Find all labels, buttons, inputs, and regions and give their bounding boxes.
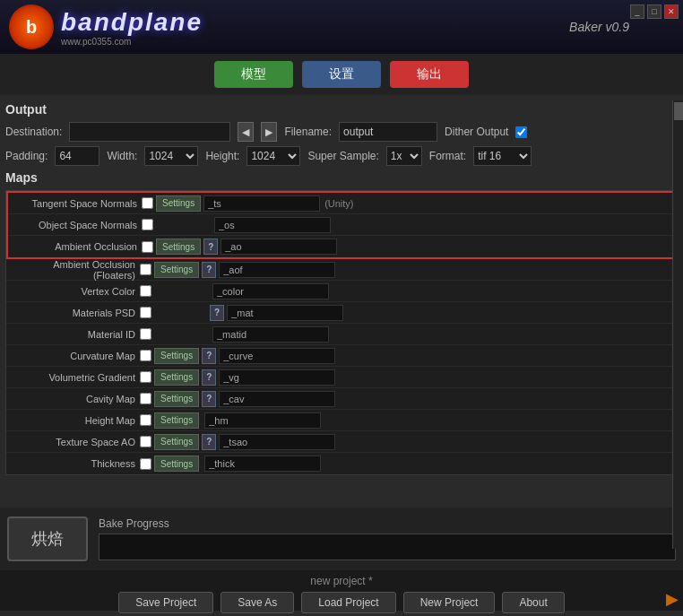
- width-select[interactable]: 102425651220484096: [144, 146, 198, 166]
- curve-suffix[interactable]: [219, 348, 335, 364]
- format-select[interactable]: tif 16tif 8pngjpg: [473, 146, 532, 166]
- cav-help-btn[interactable]: ?: [202, 391, 216, 407]
- height-select[interactable]: 102425651220484096: [246, 146, 300, 166]
- map-label-matid: Material ID: [10, 329, 140, 340]
- bake-button[interactable]: 烘焙: [7, 516, 88, 561]
- tsao-suffix[interactable]: [219, 434, 335, 450]
- map-row-object: Object Space Normals: [8, 214, 675, 236]
- progress-bar: [99, 534, 676, 560]
- dither-label: Dither Output: [445, 126, 508, 138]
- destination-input[interactable]: [69, 122, 230, 142]
- matid-checkbox[interactable]: [140, 328, 151, 340]
- ao-help-btn[interactable]: ?: [203, 239, 218, 255]
- curve-settings-btn[interactable]: Settings: [154, 348, 199, 364]
- bake-section: 烘焙 Bake Progress: [0, 508, 683, 570]
- padding-label: Padding:: [5, 150, 48, 162]
- tangent-extra: (Unity): [324, 198, 353, 209]
- map-label-vg: Volumetric Gradient: [10, 372, 140, 383]
- dest-btn-next[interactable]: ▶: [261, 122, 277, 142]
- scrollbar[interactable]: [672, 100, 683, 549]
- object-suffix[interactable]: [214, 217, 331, 233]
- save-project-button[interactable]: Save Project: [118, 592, 213, 613]
- vg-checkbox[interactable]: [140, 371, 151, 383]
- dither-checkbox[interactable]: [515, 126, 527, 138]
- map-label-tangent: Tangent Space Normals: [12, 198, 142, 209]
- new-project-button[interactable]: New Project: [403, 592, 496, 613]
- nav-arrow[interactable]: ▶: [666, 589, 679, 609]
- map-label-object: Object Space Normals: [12, 220, 142, 230]
- map-row-vg: Volumetric Gradient Settings ?: [6, 367, 677, 388]
- filename-label: Filename:: [284, 126, 332, 138]
- aof-help-btn[interactable]: ?: [202, 262, 216, 278]
- filename-input[interactable]: [339, 122, 437, 142]
- baker-version: Baker v0.9: [569, 20, 629, 34]
- main-content: Output Destination: ◀ ▶ Filename: Dither…: [0, 95, 683, 508]
- logo-text: bandplane: [61, 8, 203, 37]
- dest-btn-prev[interactable]: ◀: [238, 122, 254, 142]
- width-label: Width:: [107, 150, 137, 162]
- curve-help-btn[interactable]: ?: [202, 348, 216, 364]
- tsao-help-btn[interactable]: ?: [202, 434, 216, 450]
- project-name: new project *: [9, 575, 674, 587]
- map-label-curve: Curvature Map: [10, 351, 140, 361]
- supersample-label: Super Sample:: [307, 150, 378, 162]
- progress-label: Bake Progress: [99, 517, 676, 530]
- thick-suffix[interactable]: [204, 455, 321, 472]
- load-project-button[interactable]: Load Project: [301, 592, 395, 613]
- tangent-suffix[interactable]: [203, 195, 320, 212]
- minimize-button[interactable]: _: [630, 4, 644, 19]
- output-title: Output: [5, 102, 678, 117]
- aof-settings-btn[interactable]: Settings: [154, 262, 199, 278]
- curve-checkbox[interactable]: [140, 350, 151, 361]
- ao-suffix[interactable]: [220, 239, 337, 255]
- nav-tabs: 模型 设置 输出: [0, 54, 683, 95]
- output-row-2: Padding: Width: 102425651220484096 Heigh…: [5, 146, 678, 166]
- vg-suffix[interactable]: [219, 369, 335, 386]
- hm-checkbox[interactable]: [140, 414, 151, 426]
- destination-label: Destination:: [5, 126, 62, 138]
- cav-suffix[interactable]: [219, 391, 335, 407]
- tangent-checkbox[interactable]: [142, 197, 153, 209]
- matid-suffix[interactable]: [212, 326, 329, 343]
- vg-help-btn[interactable]: ?: [202, 369, 216, 386]
- map-row-tsao: Texture Space AO Settings ?: [6, 431, 677, 453]
- tab-settings[interactable]: 设置: [302, 61, 381, 88]
- hm-settings-btn[interactable]: Settings: [154, 412, 199, 429]
- cav-settings-btn[interactable]: Settings: [154, 391, 199, 407]
- height-label: Height:: [205, 150, 239, 162]
- ao-settings-btn[interactable]: Settings: [156, 239, 201, 255]
- tsao-checkbox[interactable]: [140, 436, 151, 447]
- highlighted-maps-group: Tangent Space Normals Settings (Unity) O…: [6, 191, 677, 259]
- vertex-suffix[interactable]: [212, 283, 329, 299]
- map-row-matid: Material ID: [6, 324, 677, 345]
- aof-checkbox[interactable]: [140, 264, 151, 275]
- matpsd-help-btn[interactable]: ?: [210, 305, 224, 321]
- tab-output[interactable]: 输出: [390, 61, 469, 88]
- vertex-checkbox[interactable]: [140, 285, 151, 297]
- tangent-settings-btn[interactable]: Settings: [156, 195, 201, 212]
- vg-settings-btn[interactable]: Settings: [154, 369, 199, 386]
- matpsd-suffix[interactable]: [227, 305, 343, 321]
- scrollbar-thumb[interactable]: [674, 102, 683, 120]
- tsao-settings-btn[interactable]: Settings: [154, 434, 199, 450]
- output-row-1: Destination: ◀ ▶ Filename: Dither Output: [5, 122, 678, 142]
- save-as-button[interactable]: Save As: [220, 592, 294, 613]
- tab-model[interactable]: 模型: [214, 61, 293, 88]
- map-row-vertex: Vertex Color: [6, 281, 677, 302]
- supersample-select[interactable]: 1x2x4x: [386, 146, 422, 166]
- padding-input[interactable]: [55, 146, 99, 166]
- logo-icon: b: [9, 4, 54, 49]
- matpsd-checkbox[interactable]: [140, 307, 151, 318]
- object-checkbox[interactable]: [142, 219, 153, 230]
- maximize-button[interactable]: □: [647, 4, 661, 19]
- aof-suffix[interactable]: [219, 262, 335, 278]
- hm-suffix[interactable]: [204, 412, 321, 429]
- output-section: Output Destination: ◀ ▶ Filename: Dither…: [5, 102, 678, 166]
- thick-checkbox[interactable]: [140, 458, 151, 470]
- about-button[interactable]: About: [502, 592, 564, 613]
- thick-settings-btn[interactable]: Settings: [154, 455, 199, 472]
- footer-buttons: Save Project Save As Load Project New Pr…: [9, 592, 674, 613]
- ao-checkbox[interactable]: [142, 241, 153, 253]
- cav-checkbox[interactable]: [140, 393, 151, 404]
- close-button[interactable]: ✕: [664, 4, 679, 19]
